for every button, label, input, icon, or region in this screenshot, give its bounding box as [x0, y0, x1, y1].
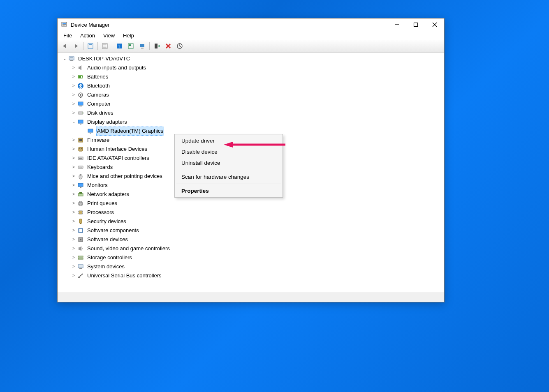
expander-icon[interactable]: >	[71, 164, 76, 170]
tree-node-cat-16[interactable]: >Security devices	[60, 217, 442, 226]
tree-node-cat-3[interactable]: >Cameras	[60, 90, 442, 99]
back-button[interactable]	[59, 41, 70, 51]
tree-node-cat-19[interactable]: >Sound, video and game controllers	[60, 244, 442, 253]
expander-icon[interactable]: >	[71, 173, 76, 179]
forward-button[interactable]	[71, 41, 81, 51]
svg-rect-2	[63, 24, 66, 25]
maximize-button[interactable]	[406, 18, 425, 31]
expander-icon[interactable]: >	[71, 264, 76, 270]
expander-icon[interactable]: >	[71, 182, 76, 188]
ctx-sep	[176, 184, 281, 184]
menu-view[interactable]: View	[99, 32, 119, 39]
svg-rect-1	[63, 23, 66, 24]
expander-icon[interactable]: ⌄	[62, 56, 67, 62]
show-hidden-button[interactable]	[85, 41, 96, 51]
svg-rect-58	[80, 187, 81, 188]
tree-node-label: Mice and other pointing devices	[86, 172, 163, 181]
ctx-scan-changes[interactable]: Scan for hardware changes	[176, 171, 282, 182]
tree-node-cat-6[interactable]: ⌄Display adapters	[60, 118, 442, 127]
help-button[interactable]: ?	[114, 41, 125, 51]
expander-icon[interactable]: >	[71, 228, 76, 233]
update-driver-button[interactable]	[174, 41, 185, 51]
ctx-properties[interactable]: Properties	[176, 185, 282, 196]
tree-node-cat-4[interactable]: >Computer	[60, 99, 442, 108]
svg-rect-72	[79, 229, 82, 232]
tree-node-label: Processors	[86, 208, 115, 217]
tree-node-label: Print queues	[86, 199, 118, 208]
properties-button[interactable]	[100, 41, 110, 51]
tree-node-cat-14[interactable]: >Print queues	[60, 199, 442, 208]
expander-icon[interactable]: >	[71, 273, 76, 279]
tree-node-root[interactable]: ⌄DESKTOP-VDA0VTC	[60, 54, 442, 63]
disk-icon	[77, 110, 84, 116]
monitor-icon	[77, 182, 84, 189]
tree-node-label: Disk drives	[86, 108, 114, 118]
tree-node-cat-22[interactable]: >Universal Serial Bus controllers	[60, 271, 442, 280]
ctx-uninstall-device[interactable]: Uninstall device	[176, 157, 282, 168]
tree-node-cat-5[interactable]: >Disk drives	[60, 108, 442, 118]
expander-icon[interactable]: >	[71, 65, 76, 71]
menu-file[interactable]: File	[59, 32, 76, 39]
scan-hardware-button[interactable]	[137, 41, 148, 51]
expander-icon[interactable]: >	[71, 74, 76, 80]
expander-icon[interactable]: >	[71, 101, 76, 107]
svg-rect-78	[78, 265, 83, 268]
ctx-disable-device[interactable]: Disable device	[176, 146, 282, 157]
svg-rect-70	[80, 223, 81, 224]
svg-rect-45	[79, 147, 83, 151]
expander-icon[interactable]: >	[71, 246, 76, 251]
expander-icon[interactable]: >	[71, 255, 76, 261]
svg-rect-76	[78, 256, 83, 257]
menu-action[interactable]: Action	[76, 32, 99, 39]
expander-icon[interactable]: >	[71, 83, 76, 89]
expander-icon[interactable]: >	[71, 110, 76, 116]
svg-text:?: ?	[118, 44, 120, 48]
close-button[interactable]	[425, 18, 444, 31]
expander-icon[interactable]: >	[71, 219, 76, 224]
tree-node-cat-15[interactable]: >Processors	[60, 208, 442, 217]
app-icon	[61, 21, 67, 28]
expander-icon[interactable]: >	[71, 155, 76, 161]
expander-icon[interactable]: >	[71, 191, 76, 197]
tree-node-cat-1[interactable]: >Batteries	[60, 72, 442, 81]
toolbar-sep	[149, 42, 150, 50]
swdev-icon	[77, 236, 84, 243]
svg-point-38	[82, 113, 83, 113]
expander-icon[interactable]: >	[71, 210, 76, 215]
svg-rect-35	[78, 102, 83, 105]
svg-rect-30	[79, 76, 81, 78]
svg-rect-49	[79, 158, 82, 159]
enable-device-button[interactable]	[151, 41, 162, 51]
tree-node-cat-17[interactable]: >Software components	[60, 226, 442, 235]
tree-node-label: Cameras	[86, 90, 110, 99]
expander-icon[interactable]: >	[71, 146, 76, 152]
uninstall-button[interactable]	[163, 41, 174, 51]
tree-node-label: Computer	[86, 99, 111, 108]
ctx-sep	[176, 170, 281, 170]
expander-icon[interactable]: >	[71, 92, 76, 98]
expander-icon[interactable]: ⌄	[71, 119, 76, 125]
svg-rect-44	[79, 139, 82, 141]
svg-rect-77	[78, 258, 83, 259]
tree-node-cat-21[interactable]: >System devices	[60, 262, 442, 271]
tree-node-cat-20[interactable]: >Storage controllers	[60, 253, 442, 262]
svg-rect-19	[141, 48, 144, 48]
svg-rect-75	[79, 247, 80, 250]
speaker-icon	[77, 65, 84, 71]
details-button[interactable]	[125, 41, 136, 51]
menu-help[interactable]: Help	[119, 32, 138, 39]
tree-node-cat-18[interactable]: >Software devices	[60, 235, 442, 244]
sound-icon	[77, 245, 84, 252]
tree-node-cat-2[interactable]: >Bluetooth	[60, 81, 442, 90]
svg-rect-27	[79, 67, 80, 69]
expander-icon[interactable]: >	[71, 237, 76, 242]
minimize-button[interactable]	[387, 18, 406, 31]
computer-icon	[77, 101, 84, 107]
expander-icon[interactable]: >	[71, 201, 76, 206]
expander-icon[interactable]: >	[71, 137, 76, 143]
svg-point-47	[81, 148, 82, 149]
ctx-update-driver[interactable]: Update driver	[176, 135, 282, 146]
tree-node-label: Sound, video and game controllers	[86, 244, 171, 253]
tree-node-label: Batteries	[86, 72, 109, 81]
tree-node-cat-0[interactable]: >Audio inputs and outputs	[60, 63, 442, 72]
